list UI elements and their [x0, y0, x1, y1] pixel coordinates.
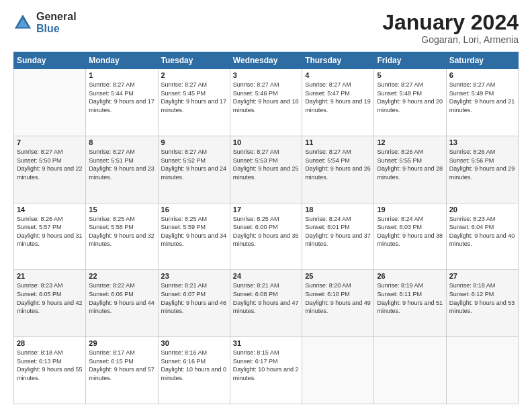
weekday-header-row: Sunday Monday Tuesday Wednesday Thursday…	[14, 52, 519, 69]
calendar-cell: 14Sunrise: 8:26 AMSunset: 5:57 PMDayligh…	[14, 203, 86, 270]
calendar-cell: 15Sunrise: 8:25 AMSunset: 5:58 PMDayligh…	[86, 203, 158, 270]
day-info: Sunrise: 8:20 AMSunset: 6:10 PMDaylight:…	[305, 281, 371, 315]
day-info: Sunrise: 8:27 AMSunset: 5:53 PMDaylight:…	[233, 148, 299, 181]
day-info: Sunrise: 8:27 AMSunset: 5:44 PMDaylight:…	[89, 81, 154, 114]
day-number: 3	[233, 71, 299, 79]
day-number: 13	[449, 138, 515, 146]
calendar-cell: 20Sunrise: 8:23 AMSunset: 6:04 PMDayligh…	[446, 203, 518, 270]
calendar-cell: 2Sunrise: 8:27 AMSunset: 5:45 PMDaylight…	[158, 69, 230, 136]
day-info: Sunrise: 8:16 AMSunset: 6:16 PMDaylight:…	[161, 349, 227, 382]
header-monday: Monday	[86, 52, 158, 69]
day-info: Sunrise: 8:17 AMSunset: 6:15 PMDaylight:…	[89, 349, 154, 382]
calendar-cell: 30Sunrise: 8:16 AMSunset: 6:16 PMDayligh…	[158, 337, 230, 404]
calendar-cell: 28Sunrise: 8:18 AMSunset: 6:13 PMDayligh…	[14, 337, 86, 404]
day-number: 4	[305, 71, 371, 79]
calendar-cell	[14, 69, 86, 136]
calendar-cell: 29Sunrise: 8:17 AMSunset: 6:15 PMDayligh…	[86, 337, 158, 404]
day-number: 11	[305, 138, 371, 146]
calendar-cell: 4Sunrise: 8:27 AMSunset: 5:47 PMDaylight…	[302, 69, 374, 136]
day-info: Sunrise: 8:25 AMSunset: 5:58 PMDaylight:…	[89, 215, 154, 248]
day-info: Sunrise: 8:27 AMSunset: 5:46 PMDaylight:…	[233, 81, 299, 114]
day-info: Sunrise: 8:25 AMSunset: 6:00 PMDaylight:…	[233, 215, 299, 248]
calendar-week-5: 28Sunrise: 8:18 AMSunset: 6:13 PMDayligh…	[14, 337, 519, 404]
calendar-week-1: 1Sunrise: 8:27 AMSunset: 5:44 PMDaylight…	[14, 69, 519, 136]
logo-icon	[13, 13, 32, 32]
day-number: 9	[161, 138, 227, 146]
day-number: 25	[305, 272, 371, 280]
calendar-cell: 24Sunrise: 8:21 AMSunset: 6:08 PMDayligh…	[230, 270, 302, 337]
calendar-cell: 27Sunrise: 8:18 AMSunset: 6:12 PMDayligh…	[446, 270, 518, 337]
logo-general: General	[36, 11, 77, 23]
logo-blue: Blue	[36, 23, 77, 35]
header-tuesday: Tuesday	[158, 52, 230, 69]
calendar-week-4: 21Sunrise: 8:23 AMSunset: 6:05 PMDayligh…	[14, 270, 519, 337]
day-number: 23	[161, 272, 227, 280]
calendar-cell: 22Sunrise: 8:22 AMSunset: 6:06 PMDayligh…	[86, 270, 158, 337]
day-number: 15	[89, 205, 154, 214]
calendar-cell: 31Sunrise: 8:15 AMSunset: 6:17 PMDayligh…	[230, 337, 302, 404]
day-number: 7	[17, 138, 83, 146]
month-title: January 2024	[382, 11, 519, 34]
header-thursday: Thursday	[302, 52, 374, 69]
day-info: Sunrise: 8:23 AMSunset: 6:04 PMDaylight:…	[449, 215, 515, 248]
day-info: Sunrise: 8:24 AMSunset: 6:01 PMDaylight:…	[305, 215, 371, 248]
day-number: 21	[17, 272, 83, 280]
day-number: 10	[233, 138, 299, 146]
logo-text: General Blue	[36, 11, 77, 34]
day-info: Sunrise: 8:25 AMSunset: 5:59 PMDaylight:…	[161, 215, 227, 248]
day-number: 18	[305, 205, 371, 214]
calendar-cell	[374, 337, 446, 404]
day-info: Sunrise: 8:27 AMSunset: 5:54 PMDaylight:…	[305, 148, 371, 181]
day-number: 30	[161, 339, 227, 347]
day-info: Sunrise: 8:26 AMSunset: 5:57 PMDaylight:…	[17, 215, 83, 248]
calendar-cell: 7Sunrise: 8:27 AMSunset: 5:50 PMDaylight…	[14, 136, 86, 203]
calendar-cell: 23Sunrise: 8:21 AMSunset: 6:07 PMDayligh…	[158, 270, 230, 337]
calendar-cell: 11Sunrise: 8:27 AMSunset: 5:54 PMDayligh…	[302, 136, 374, 203]
day-info: Sunrise: 8:19 AMSunset: 6:11 PMDaylight:…	[377, 281, 443, 315]
location: Gogaran, Lori, Armenia	[382, 34, 519, 45]
day-number: 6	[449, 71, 515, 79]
day-info: Sunrise: 8:18 AMSunset: 6:13 PMDaylight:…	[17, 349, 83, 382]
calendar-cell: 18Sunrise: 8:24 AMSunset: 6:01 PMDayligh…	[302, 203, 374, 270]
calendar-week-2: 7Sunrise: 8:27 AMSunset: 5:50 PMDaylight…	[14, 136, 519, 203]
calendar-cell: 21Sunrise: 8:23 AMSunset: 6:05 PMDayligh…	[14, 270, 86, 337]
day-info: Sunrise: 8:18 AMSunset: 6:12 PMDaylight:…	[449, 281, 515, 315]
calendar-cell: 3Sunrise: 8:27 AMSunset: 5:46 PMDaylight…	[230, 69, 302, 136]
day-number: 17	[233, 205, 299, 214]
day-info: Sunrise: 8:27 AMSunset: 5:48 PMDaylight:…	[377, 81, 443, 114]
page-header: General Blue January 2024 Gogaran, Lori,…	[13, 11, 519, 45]
header-saturday: Saturday	[446, 52, 518, 69]
day-number: 22	[89, 272, 154, 280]
day-number: 2	[161, 71, 227, 79]
day-number: 5	[377, 71, 443, 79]
day-number: 8	[89, 138, 154, 146]
calendar-cell: 5Sunrise: 8:27 AMSunset: 5:48 PMDaylight…	[374, 69, 446, 136]
header-sunday: Sunday	[14, 52, 86, 69]
day-number: 1	[89, 71, 154, 79]
header-friday: Friday	[374, 52, 446, 69]
calendar-cell: 16Sunrise: 8:25 AMSunset: 5:59 PMDayligh…	[158, 203, 230, 270]
day-info: Sunrise: 8:26 AMSunset: 5:56 PMDaylight:…	[449, 148, 515, 181]
day-number: 14	[17, 205, 83, 214]
day-info: Sunrise: 8:21 AMSunset: 6:08 PMDaylight:…	[233, 281, 299, 315]
header-wednesday: Wednesday	[230, 52, 302, 69]
day-info: Sunrise: 8:23 AMSunset: 6:05 PMDaylight:…	[17, 281, 83, 315]
day-info: Sunrise: 8:27 AMSunset: 5:49 PMDaylight:…	[449, 81, 515, 114]
day-number: 24	[233, 272, 299, 280]
day-number: 31	[233, 339, 299, 347]
day-info: Sunrise: 8:26 AMSunset: 5:55 PMDaylight:…	[377, 148, 443, 181]
day-number: 26	[377, 272, 443, 280]
day-number: 28	[17, 339, 83, 347]
calendar-cell: 13Sunrise: 8:26 AMSunset: 5:56 PMDayligh…	[446, 136, 518, 203]
calendar-week-3: 14Sunrise: 8:26 AMSunset: 5:57 PMDayligh…	[14, 203, 519, 270]
day-number: 29	[89, 339, 154, 347]
calendar-cell	[446, 337, 518, 404]
day-info: Sunrise: 8:27 AMSunset: 5:47 PMDaylight:…	[305, 81, 371, 114]
calendar-cell: 8Sunrise: 8:27 AMSunset: 5:51 PMDaylight…	[86, 136, 158, 203]
calendar-cell: 12Sunrise: 8:26 AMSunset: 5:55 PMDayligh…	[374, 136, 446, 203]
day-info: Sunrise: 8:27 AMSunset: 5:52 PMDaylight:…	[161, 148, 227, 181]
day-info: Sunrise: 8:27 AMSunset: 5:51 PMDaylight:…	[89, 148, 154, 181]
day-number: 16	[161, 205, 227, 214]
logo: General Blue	[13, 11, 77, 34]
day-number: 19	[377, 205, 443, 214]
